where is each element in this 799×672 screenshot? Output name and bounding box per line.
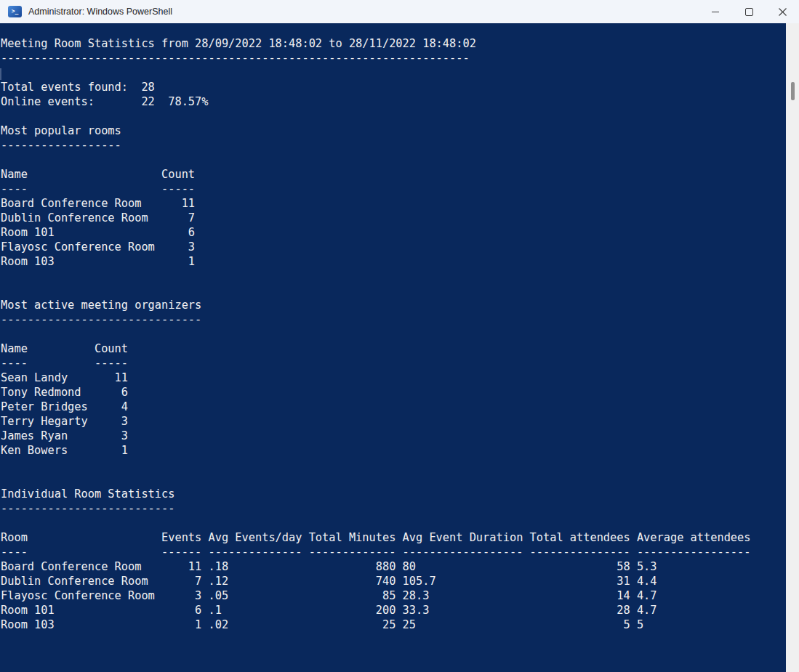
console-line: James Ryan 3 <box>1 429 786 443</box>
console-line: Meeting Room Statistics from 28/09/2022 … <box>1 36 786 51</box>
console-line <box>1 632 786 647</box>
console-line <box>1 327 786 341</box>
console-line: ----------------------------------------… <box>1 51 786 65</box>
console-line: Flayosc Conference Room 3 .05 85 28.3 14… <box>1 588 786 603</box>
console-line: Name Count <box>1 341 786 356</box>
console-line: Individual Room Statistics <box>1 487 786 501</box>
console-line <box>1 458 786 472</box>
console-line: Dublin Conference Room 7 <box>1 211 786 225</box>
minimize-button[interactable] <box>699 0 732 23</box>
minimize-icon <box>712 12 719 12</box>
console-line: Peter Bridges 4 <box>1 400 786 414</box>
console-line: Online events: 22 78.57% <box>1 94 786 109</box>
console-line: ---- ----- <box>1 356 786 371</box>
console-line <box>1 661 786 672</box>
console-line <box>1 153 786 167</box>
console-line: Most active meeting organizers <box>1 298 786 312</box>
console-line: Room Events Avg Events/day Total Minutes… <box>1 530 786 545</box>
console-line: ------------------ <box>1 138 786 153</box>
console-line: Terry Hegarty 3 <box>1 414 786 429</box>
console-line: Room 103 1 .02 25 25 5 5 <box>1 618 786 632</box>
console-line: Board Conference Room 11 .18 880 80 58 5… <box>1 559 786 574</box>
console-line <box>1 472 786 487</box>
console-line: Ken Bowers 1 <box>1 443 786 458</box>
console-line <box>1 109 786 124</box>
window-title: Administrator: Windows PowerShell <box>28 7 172 17</box>
window-controls <box>699 0 799 23</box>
console-line: -------------------------- <box>1 501 786 516</box>
console-line: ------------------------------ <box>1 312 786 327</box>
window-titlebar: >_ Administrator: Windows PowerShell <box>0 0 799 23</box>
console-line <box>1 516 786 530</box>
console-line: Board Conference Room 11 <box>1 196 786 211</box>
console-line: Tony Redmond 6 <box>1 385 786 400</box>
console-line <box>1 283 786 298</box>
scrollbar-thumb[interactable] <box>791 82 795 100</box>
close-button[interactable] <box>766 0 799 23</box>
console-line <box>1 647 786 661</box>
console-line: Most popular rooms <box>1 124 786 138</box>
stray-character-artifact <box>0 68 1 80</box>
console-line: Dublin Conference Room 7 .12 740 105.7 3… <box>1 574 786 588</box>
console-line: Total events found: 28 <box>1 80 786 94</box>
console-line: Flayosc Conference Room 3 <box>1 240 786 254</box>
console-line <box>1 65 786 80</box>
console-line: ---- ------ -------------- -------------… <box>1 545 786 559</box>
console-line: Room 101 6 <box>1 225 786 240</box>
console-line: Name Count <box>1 167 786 182</box>
powershell-window: >_ Administrator: Windows PowerShell Mee… <box>0 0 799 672</box>
console-line: Room 101 6 .1 200 33.3 28 4.7 <box>1 603 786 618</box>
close-icon <box>779 8 787 16</box>
scrollbar[interactable] <box>786 23 799 672</box>
console-line: Room 103 1 <box>1 254 786 269</box>
powershell-icon: >_ <box>8 6 22 17</box>
maximize-button[interactable] <box>732 0 766 23</box>
console-line <box>1 269 786 283</box>
console-line: Sean Landy 11 <box>1 371 786 385</box>
maximize-icon <box>745 8 753 16</box>
console-line: ---- ----- <box>1 182 786 196</box>
console-output: Meeting Room Statistics from 28/09/2022 … <box>0 23 786 672</box>
